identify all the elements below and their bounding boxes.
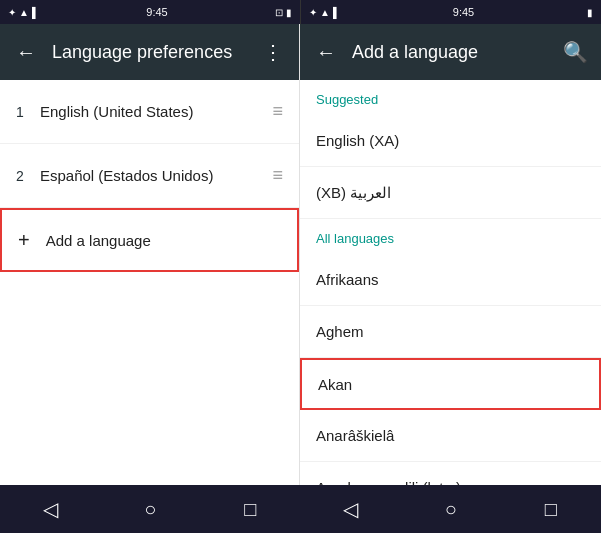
- right-status-right-icons: ▮: [587, 7, 593, 18]
- right-battery-icon: ▮: [587, 7, 593, 18]
- right-signal-icon: ▌: [333, 7, 340, 18]
- suggested-section-header: Suggested: [300, 80, 601, 115]
- plus-icon: +: [18, 229, 30, 252]
- language-number: 2: [16, 168, 40, 184]
- bluetooth-icon: ✦: [8, 7, 16, 18]
- all-languages-section-header: All languages: [300, 219, 601, 254]
- left-recents-nav-button[interactable]: □: [226, 485, 274, 533]
- table-row[interactable]: 2 Español (Estados Unidos) ≡: [0, 144, 299, 208]
- left-panel: ← Language preferences ⋮ 1 English (Unit…: [0, 24, 300, 485]
- menu-button[interactable]: ⋮: [255, 34, 291, 70]
- left-toolbar: ← Language preferences ⋮: [0, 24, 299, 80]
- drag-handle-icon: ≡: [272, 165, 283, 186]
- list-item[interactable]: Azərbaycan dili (latın): [300, 462, 601, 485]
- right-status-time: 9:45: [453, 6, 474, 18]
- language-name: Afrikaans: [316, 271, 379, 288]
- right-toolbar: ← Add a language 🔍: [300, 24, 601, 80]
- left-home-nav-button[interactable]: ○: [126, 485, 174, 533]
- language-name: Akan: [318, 376, 352, 393]
- signal-icon: ▌: [32, 7, 39, 18]
- left-back-nav-button[interactable]: ◁: [26, 485, 74, 533]
- right-back-button[interactable]: ←: [308, 34, 344, 70]
- language-name: العربية (XB): [316, 184, 391, 202]
- list-item[interactable]: العربية (XB): [300, 167, 601, 219]
- language-name: English (XA): [316, 132, 399, 149]
- right-recents-nav-button[interactable]: □: [527, 485, 575, 533]
- back-button[interactable]: ←: [8, 34, 44, 70]
- add-language-label: Add a language: [46, 232, 151, 249]
- drag-handle-icon: ≡: [272, 101, 283, 122]
- add-language-button[interactable]: + Add a language: [0, 208, 299, 272]
- add-language-list: Suggested English (XA) العربية (XB) All …: [300, 80, 601, 485]
- battery-icon: ▮: [286, 7, 292, 18]
- right-home-nav-button[interactable]: ○: [427, 485, 475, 533]
- language-name: Español (Estados Unidos): [40, 167, 272, 184]
- page-title: Language preferences: [52, 42, 247, 63]
- right-status-bar: ✦ ▲ ▌ 9:45 ▮: [300, 0, 601, 24]
- search-button[interactable]: 🔍: [557, 34, 593, 70]
- wifi-icon: ▲: [19, 7, 29, 18]
- list-item[interactable]: Aghem: [300, 306, 601, 358]
- left-status-icons: ✦ ▲ ▌: [8, 7, 39, 18]
- language-list: 1 English (United States) ≡ 2 Español (E…: [0, 80, 299, 485]
- akan-list-item[interactable]: Akan: [300, 358, 601, 410]
- language-name: English (United States): [40, 103, 272, 120]
- right-bluetooth-icon: ✦: [309, 7, 317, 18]
- navigation-bar: ◁ ○ □ ◁ ○ □: [0, 485, 601, 533]
- left-status-right-icons: ⊡ ▮: [275, 7, 292, 18]
- language-name: Aghem: [316, 323, 364, 340]
- table-row[interactable]: 1 English (United States) ≡: [0, 80, 299, 144]
- right-page-title: Add a language: [352, 42, 549, 63]
- right-panel: ← Add a language 🔍 Suggested English (XA…: [300, 24, 601, 485]
- right-status-icons: ✦ ▲ ▌: [309, 7, 340, 18]
- left-status-time: 9:45: [146, 6, 167, 18]
- left-status-bar: ✦ ▲ ▌ 9:45 ⊡ ▮: [0, 0, 300, 24]
- right-wifi-icon: ▲: [320, 7, 330, 18]
- right-back-nav-button[interactable]: ◁: [327, 485, 375, 533]
- list-item[interactable]: English (XA): [300, 115, 601, 167]
- list-item[interactable]: Anarâškielâ: [300, 410, 601, 462]
- screenshot-icon: ⊡: [275, 7, 283, 18]
- language-number: 1: [16, 104, 40, 120]
- language-name: Anarâškielâ: [316, 427, 394, 444]
- list-item[interactable]: Afrikaans: [300, 254, 601, 306]
